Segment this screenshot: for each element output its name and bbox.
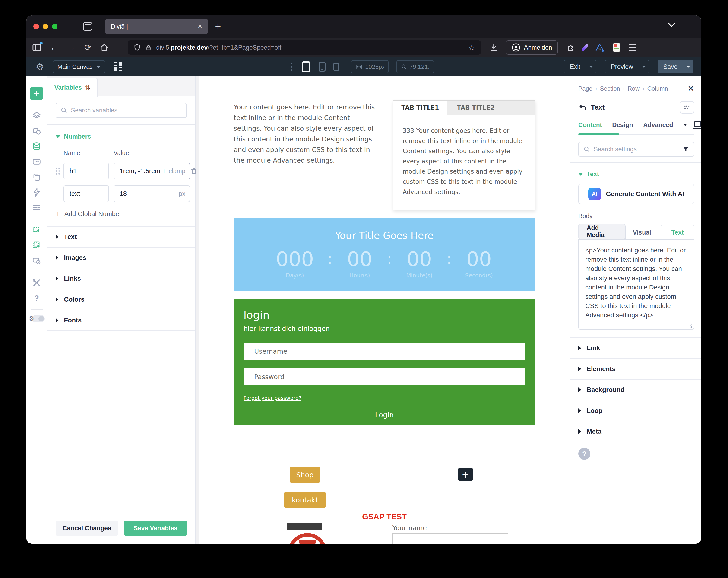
menu-hamburger-icon[interactable] <box>629 45 636 51</box>
tablet-view-icon[interactable] <box>319 62 326 72</box>
phone-view-icon[interactable] <box>333 62 339 71</box>
breadcrumb-section[interactable]: Section <box>600 85 620 92</box>
canvas-selector-dropdown[interactable]: Main Canvas <box>53 60 105 73</box>
settings-search[interactable]: Search settings... <box>578 142 694 157</box>
design-presets-icon[interactable] <box>32 127 41 136</box>
add-global-number-button[interactable]: + Add Global Number <box>56 210 187 218</box>
forgot-password-link[interactable]: Forgot your password? <box>243 395 302 401</box>
generate-ai-button[interactable]: AI Generate Content With AI <box>578 184 694 204</box>
section-meta[interactable]: Meta <box>570 421 701 442</box>
lock-icon[interactable] <box>145 44 152 51</box>
countdown-module[interactable]: Your Title Goes Here 000 Day(s) : 00 Hou… <box>234 218 535 291</box>
variable-name-input[interactable] <box>63 163 109 179</box>
close-icon[interactable]: ✕ <box>688 84 695 93</box>
add-media-button[interactable]: Add Media <box>578 224 625 239</box>
section-links[interactable]: Links <box>47 268 195 289</box>
variables-search[interactable]: Search variables... <box>56 103 187 118</box>
select-module-alt-icon[interactable] <box>32 241 41 250</box>
tab-content[interactable]: Content <box>578 121 602 129</box>
add-content-button[interactable]: + <box>458 468 473 481</box>
shop-button[interactable]: Shop <box>290 467 320 482</box>
breadcrumb-column[interactable]: Column <box>647 85 668 92</box>
section-colors[interactable]: Colors <box>47 289 195 310</box>
minimize-window-button[interactable] <box>43 24 48 29</box>
global-variables-database-icon[interactable] <box>32 142 41 151</box>
notes-extension-icon[interactable] <box>613 43 620 52</box>
variable-name-input[interactable] <box>63 185 109 202</box>
firefox-view-icon[interactable] <box>83 22 92 31</box>
layers-icon[interactable] <box>32 111 41 121</box>
your-name-input[interactable] <box>392 533 508 544</box>
page-canvas[interactable]: Your content goes here. Edit or remove t… <box>196 76 570 544</box>
reload-icon[interactable]: ⟳ <box>84 43 91 52</box>
kontakt-button[interactable]: kontakt <box>284 492 326 507</box>
resize-handle-icon[interactable] <box>686 322 692 328</box>
editor-tab-visual[interactable]: Visual <box>625 225 659 240</box>
browser-tab[interactable]: Divi5 | ✕ <box>105 19 208 34</box>
section-loop[interactable]: Loop <box>570 400 701 421</box>
section-background[interactable]: Background <box>570 380 701 400</box>
layout-grid-icon[interactable] <box>113 62 122 71</box>
section-images[interactable]: Images <box>47 248 195 268</box>
desktop-view-icon[interactable] <box>302 61 310 72</box>
editor-pen-icon[interactable] <box>584 44 586 51</box>
sidebar-toggle-icon[interactable] <box>32 44 41 51</box>
help-icon[interactable]: ? <box>578 448 590 460</box>
filter-funnel-icon[interactable] <box>683 146 689 152</box>
tab-advanced[interactable]: Advanced <box>643 121 673 129</box>
tools-icon[interactable] <box>32 278 41 287</box>
tabs-module-content[interactable]: 333 Your content goes here. Edit or remo… <box>393 115 535 210</box>
close-window-button[interactable] <box>33 24 39 29</box>
gsap-test-heading[interactable]: GSAP TEST <box>234 512 535 521</box>
bookmark-star-icon[interactable]: ☆ <box>468 43 475 52</box>
preview-button[interactable]: Preview <box>605 60 649 73</box>
save-variables-button[interactable]: Save Variables <box>124 521 187 536</box>
builder-settings-toggle[interactable]: ⚙ <box>28 315 45 322</box>
options-list-icon[interactable] <box>32 203 41 212</box>
text-section-header[interactable]: Text <box>578 171 694 178</box>
save-button[interactable]: Save <box>657 60 693 73</box>
save-layout-icon[interactable] <box>32 256 41 265</box>
chevron-down-icon[interactable] <box>683 124 687 126</box>
tabs-module[interactable]: TAB TITLE1 TAB TITLE2 333 Your content g… <box>393 100 536 210</box>
tab-design[interactable]: Design <box>612 121 633 129</box>
breadcrumb-page[interactable]: Page <box>578 85 593 92</box>
help-icon[interactable]: ? <box>32 294 41 303</box>
username-field[interactable] <box>243 343 525 360</box>
axe-devtools-icon[interactable]: ax <box>595 43 604 52</box>
home-icon[interactable] <box>100 43 108 52</box>
breadcrumb-row[interactable]: Row <box>628 85 640 92</box>
copy-pages-icon[interactable] <box>32 172 41 182</box>
section-elements[interactable]: Elements <box>570 359 701 380</box>
forward-icon[interactable]: → <box>67 43 76 52</box>
back-up-left-icon[interactable] <box>578 103 587 111</box>
new-tab-button[interactable]: + <box>215 21 221 31</box>
login-button[interactable]: Login <box>243 406 525 423</box>
section-link[interactable]: Link <box>570 338 701 359</box>
preview-dropdown[interactable] <box>639 60 649 73</box>
exit-button[interactable]: Exit <box>564 60 596 73</box>
more-options-icon[interactable] <box>290 63 292 71</box>
builder-settings-gear-icon[interactable]: ⚙ <box>36 62 44 71</box>
lightning-bolt-icon[interactable] <box>32 188 41 197</box>
downloads-icon[interactable] <box>490 43 498 52</box>
address-bar[interactable]: divi5.projekte.dev/?et_fb=1&PageSpeed=of… <box>128 40 481 55</box>
body-code-editor[interactable]: <p>Your content goes here. Edit or remov… <box>578 239 694 330</box>
tab-variables[interactable]: Variables ⇅ <box>47 78 98 97</box>
section-text[interactable]: Text <box>47 227 195 248</box>
shield-icon[interactable] <box>133 44 141 51</box>
device-preview-icon[interactable] <box>693 121 701 129</box>
cancel-changes-button[interactable]: Cancel Changes <box>56 521 118 536</box>
exit-dropdown[interactable] <box>586 60 596 73</box>
tab-title1[interactable]: TAB TITLE1 <box>393 101 447 115</box>
intro-paragraph[interactable]: Your content goes here. Edit or remove t… <box>234 102 378 166</box>
panel-dock-button[interactable] <box>680 101 694 114</box>
canvas-zoom-input[interactable]: 79.121... <box>396 60 434 73</box>
drag-handle-icon[interactable] <box>56 168 60 175</box>
canvas-width-input[interactable]: 1025px <box>351 60 389 73</box>
editor-tab-text[interactable]: Text <box>661 225 694 240</box>
extensions-puzzle-icon[interactable] <box>567 43 575 52</box>
numbers-section-header[interactable]: Numbers <box>56 133 187 140</box>
tab-title2[interactable]: TAB TITLE2 <box>447 101 494 115</box>
account-signin-button[interactable]: Anmelden <box>506 40 558 55</box>
